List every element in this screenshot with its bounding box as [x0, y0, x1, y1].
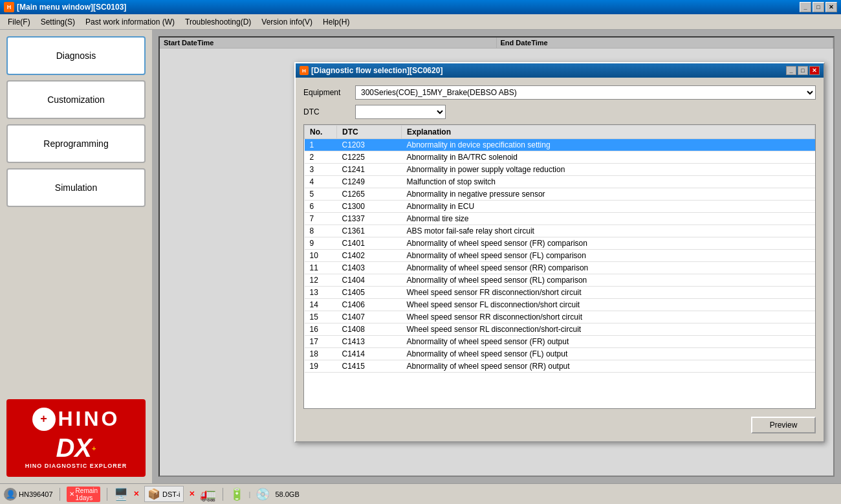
- cell-dtc: C1413: [337, 336, 402, 348]
- menu-help[interactable]: Help(H): [318, 16, 355, 28]
- dst-device: 📦 DST-i: [144, 486, 184, 502]
- user-icon: 👤: [4, 488, 17, 501]
- table-row[interactable]: 5 C1265 Abnormality in negative pressure…: [305, 188, 815, 201]
- modal-close[interactable]: ✕: [809, 66, 820, 75]
- table-row[interactable]: 11 C1403 Abnormality of wheel speed sens…: [305, 262, 815, 274]
- cell-no: 11: [305, 262, 337, 274]
- cell-explanation: Abnormality in negative pressure sensor: [402, 188, 815, 201]
- table-row[interactable]: 19 C1415 Abnormality of wheel speed sens…: [305, 360, 815, 373]
- modal-title-bar: H [Diagnostic flow selection][SC0620] _ …: [296, 63, 824, 78]
- menu-troubleshooting[interactable]: Troubleshooting(D): [180, 16, 256, 28]
- cell-no: 9: [305, 237, 337, 250]
- table-row[interactable]: 2 C1225 Abnormality in BA/TRC solenoid: [305, 151, 815, 164]
- cell-dtc: C1203: [337, 139, 402, 151]
- table-row[interactable]: 8 C1361 ABS motor fail-safe relay short …: [305, 225, 815, 237]
- cell-explanation: Abnormality of wheel speed sensor (FR) c…: [402, 237, 815, 250]
- simulation-button[interactable]: Simulation: [6, 168, 146, 207]
- remain-warning: ✕ Remain 1days: [67, 487, 100, 502]
- modal-icon: H: [300, 66, 309, 75]
- dtc-select[interactable]: [355, 105, 446, 119]
- cell-dtc: C1414: [337, 348, 402, 360]
- dst-error-icon: ✕: [189, 490, 195, 498]
- menu-file[interactable]: File(F): [3, 16, 36, 28]
- modal-controls: _ □ ✕: [786, 66, 820, 75]
- preview-button[interactable]: Preview: [751, 417, 816, 433]
- table-row[interactable]: 6 C1300 Abnormality in ECU: [305, 201, 815, 213]
- main-area: Diagnosis Customization Reprogramming Si…: [0, 30, 841, 483]
- cell-no: 6: [305, 201, 337, 213]
- logo-area: + HINO DX + HINO DIAGNOSTIC EXPLORER: [6, 399, 146, 477]
- warn-icon: ✕: [69, 490, 74, 498]
- cell-no: 17: [305, 336, 337, 348]
- title-bar-controls: _ □ ✕: [800, 2, 837, 12]
- cell-explanation: Abnormality in device specification sett…: [402, 139, 815, 151]
- diagnostic-flow-dialog: H [Diagnostic flow selection][SC0620] _ …: [294, 62, 825, 443]
- col-explanation: Explanation: [402, 126, 815, 139]
- dtc-header-row: No. DTC Explanation: [305, 126, 815, 139]
- minimize-button[interactable]: _: [800, 2, 811, 12]
- cell-no: 14: [305, 299, 337, 311]
- remain-line1: Remain: [76, 487, 98, 494]
- diagnosis-button[interactable]: Diagnosis: [6, 36, 146, 75]
- modal-minimize[interactable]: _: [786, 66, 796, 75]
- logo-hino: HINO: [58, 407, 120, 431]
- preview-row: Preview: [303, 414, 816, 433]
- cell-dtc: C1406: [337, 299, 402, 311]
- table-row[interactable]: 7 C1337 Abnormal tire size: [305, 213, 815, 225]
- left-panel: Diagnosis Customization Reprogramming Si…: [0, 30, 152, 483]
- menu-past-work[interactable]: Past work information (W): [80, 16, 180, 28]
- table-row[interactable]: 4 C1249 Malfunction of stop switch: [305, 176, 815, 188]
- reprogramming-button[interactable]: Reprogramming: [6, 124, 146, 163]
- dst-icon: 📦: [147, 488, 160, 500]
- table-row[interactable]: 16 C1408 Wheel speed sensor RL disconnec…: [305, 323, 815, 336]
- cell-dtc: C1337: [337, 213, 402, 225]
- table-row[interactable]: 13 C1405 Wheel speed sensor FR disconnec…: [305, 287, 815, 299]
- logo-plus: +: [92, 444, 96, 452]
- table-row[interactable]: 14 C1406 Wheel speed sensor FL disconnec…: [305, 299, 815, 311]
- cell-dtc: C1404: [337, 274, 402, 287]
- modal-maximize[interactable]: □: [798, 66, 808, 75]
- dtc-table-body: 1 C1203 Abnormality in device specificat…: [305, 139, 815, 373]
- table-row[interactable]: 12 C1404 Abnormality of wheel speed sens…: [305, 274, 815, 287]
- maximize-button[interactable]: □: [813, 2, 824, 12]
- table-row[interactable]: 18 C1414 Abnormality of wheel speed sens…: [305, 348, 815, 360]
- separator-line: |: [249, 490, 251, 498]
- computer-status: 🖥️: [114, 487, 128, 501]
- right-panel: Start DateTime End DateTime H [Diagnosti…: [152, 30, 841, 483]
- menu-setting[interactable]: Setting(S): [36, 16, 80, 28]
- menu-version[interactable]: Version info(V): [256, 16, 318, 28]
- dtc-table-scroll[interactable]: No. DTC Explanation 1 C1203 Abnormality …: [304, 125, 815, 408]
- cell-no: 18: [305, 348, 337, 360]
- cell-dtc: C1415: [337, 360, 402, 373]
- table-row[interactable]: 9 C1401 Abnormality of wheel speed senso…: [305, 237, 815, 250]
- customization-button[interactable]: Customization: [6, 80, 146, 119]
- disk-icon: 💿: [256, 487, 270, 501]
- cell-explanation: Wheel speed sensor FL disconnection/shor…: [402, 299, 815, 311]
- user-id: HN396407: [19, 490, 53, 498]
- cell-explanation: Abnormality in ECU: [402, 201, 815, 213]
- cell-explanation: Abnormality of wheel speed sensor (FL) o…: [402, 348, 815, 360]
- table-row[interactable]: 1 C1203 Abnormality in device specificat…: [305, 139, 815, 151]
- dst-label: DST-i: [162, 490, 180, 498]
- logo-cross: +: [32, 408, 56, 431]
- cell-dtc: C1408: [337, 323, 402, 336]
- table-row[interactable]: 17 C1413 Abnormality of wheel speed sens…: [305, 336, 815, 348]
- cell-dtc: C1407: [337, 311, 402, 323]
- table-row[interactable]: 3 C1241 Abnormality in power supply volt…: [305, 164, 815, 176]
- cell-no: 3: [305, 164, 337, 176]
- cell-dtc: C1225: [337, 151, 402, 164]
- cell-dtc: C1361: [337, 225, 402, 237]
- table-row[interactable]: 15 C1407 Wheel speed sensor RR disconnec…: [305, 311, 815, 323]
- menu-bar: File(F) Setting(S) Past work information…: [0, 14, 841, 30]
- cell-explanation: Abnormal tire size: [402, 213, 815, 225]
- logo-subtitle: HINO DIAGNOSTIC EXPLORER: [25, 463, 127, 469]
- device-error-icon: ✕: [133, 490, 139, 498]
- divider-2: [107, 488, 107, 501]
- close-button[interactable]: ✕: [825, 2, 837, 12]
- cell-explanation: Abnormality of wheel speed sensor (RR) o…: [402, 360, 815, 373]
- table-row[interactable]: 10 C1402 Abnormality of wheel speed sens…: [305, 250, 815, 262]
- cell-dtc: C1403: [337, 262, 402, 274]
- cell-no: 1: [305, 139, 337, 151]
- equipment-select[interactable]: 300Series(COE)_15MY_Brake(DEBSO ABS): [355, 85, 816, 100]
- cell-explanation: Malfunction of stop switch: [402, 176, 815, 188]
